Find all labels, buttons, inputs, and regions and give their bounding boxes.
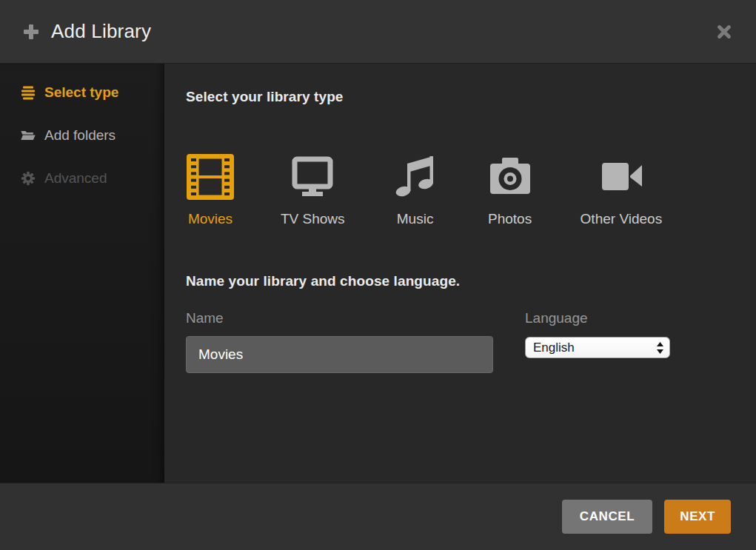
library-name-input[interactable]	[186, 336, 493, 373]
name-language-form: Name Language English	[186, 310, 756, 373]
library-type-label: Photos	[488, 211, 532, 227]
tv-icon	[288, 152, 337, 201]
language-selected-value: English	[533, 341, 656, 355]
close-icon[interactable]	[715, 22, 734, 41]
library-type-tv-shows[interactable]: TV Shows	[281, 152, 345, 227]
select-type-heading: Select your library type	[186, 89, 756, 105]
gear-icon	[20, 170, 36, 187]
plus-icon	[22, 23, 40, 41]
open-folder-icon	[20, 127, 36, 144]
dialog-body: Select type Add folders	[0, 64, 756, 483]
library-type-label: Other Videos	[581, 211, 663, 227]
library-type-list: Movies TV Shows	[186, 152, 756, 227]
library-type-music[interactable]: Music	[391, 152, 440, 227]
cancel-button[interactable]: CANCEL	[562, 500, 652, 534]
sidebar-item-label: Select type	[44, 84, 118, 101]
sidebar-item-label: Advanced	[44, 170, 107, 187]
sidebar-item-add-folders[interactable]: Add folders	[0, 114, 164, 157]
library-type-movies[interactable]: Movies	[186, 152, 235, 227]
add-library-dialog: Add Library Select type Add folders	[0, 0, 756, 550]
sidebar-item-select-type[interactable]: Select type	[0, 71, 164, 114]
library-type-label: Music	[397, 211, 434, 227]
name-library-heading: Name your library and choose language.	[186, 273, 756, 289]
music-note-icon	[391, 152, 440, 201]
select-stepper-icon	[656, 341, 664, 355]
dialog-header: Add Library	[0, 0, 756, 64]
dialog-footer: CANCEL NEXT	[0, 483, 756, 550]
main-panel: Select your library type	[164, 64, 756, 483]
library-type-label: TV Shows	[281, 211, 345, 227]
library-type-photos[interactable]: Photos	[486, 152, 535, 227]
library-type-label: Movies	[188, 211, 233, 227]
name-field-label: Name	[186, 310, 493, 326]
camera-icon	[486, 152, 535, 201]
sidebar-item-label: Add folders	[44, 127, 116, 144]
sidebar-item-advanced: Advanced	[0, 157, 164, 200]
dialog-title: Add Library	[51, 20, 151, 43]
film-strip-icon	[186, 152, 235, 201]
language-field-label: Language	[525, 310, 670, 326]
language-select[interactable]: English	[525, 337, 670, 358]
library-type-other-videos[interactable]: Other Videos	[581, 152, 663, 227]
sidebar: Select type Add folders	[0, 64, 164, 483]
next-button[interactable]: NEXT	[664, 500, 731, 534]
list-lines-icon	[20, 84, 36, 101]
video-camera-icon	[597, 152, 646, 201]
